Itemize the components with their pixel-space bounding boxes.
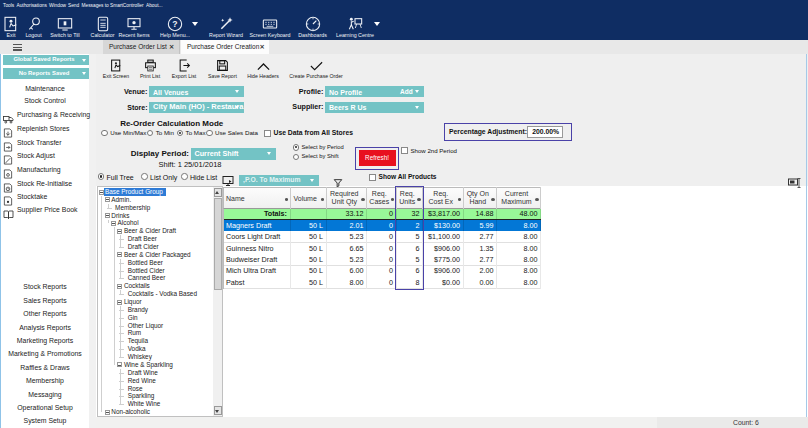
svg-text:?: ?	[172, 19, 177, 29]
